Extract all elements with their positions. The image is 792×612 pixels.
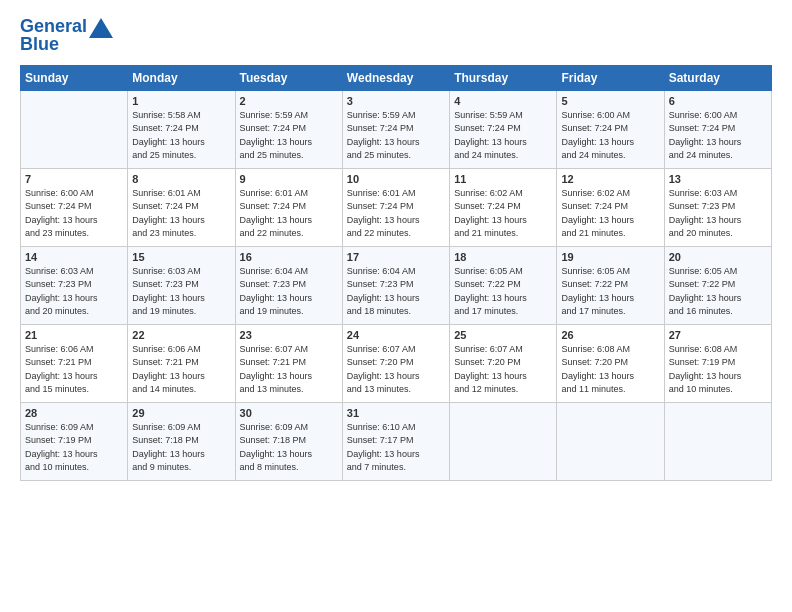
day-info: Sunrise: 6:09 AM Sunset: 7:18 PM Dayligh… <box>132 421 230 475</box>
header-row: SundayMondayTuesdayWednesdayThursdayFrid… <box>21 65 772 90</box>
day-info: Sunrise: 6:04 AM Sunset: 7:23 PM Dayligh… <box>347 265 445 319</box>
day-info: Sunrise: 5:59 AM Sunset: 7:24 PM Dayligh… <box>240 109 338 163</box>
day-number: 31 <box>347 407 445 419</box>
calendar-cell: 20Sunrise: 6:05 AM Sunset: 7:22 PM Dayli… <box>664 246 771 324</box>
week-row-2: 7Sunrise: 6:00 AM Sunset: 7:24 PM Daylig… <box>21 168 772 246</box>
day-info: Sunrise: 5:59 AM Sunset: 7:24 PM Dayligh… <box>347 109 445 163</box>
calendar-cell <box>450 402 557 480</box>
day-info: Sunrise: 5:58 AM Sunset: 7:24 PM Dayligh… <box>132 109 230 163</box>
calendar-cell: 30Sunrise: 6:09 AM Sunset: 7:18 PM Dayli… <box>235 402 342 480</box>
day-number: 25 <box>454 329 552 341</box>
header-cell-saturday: Saturday <box>664 65 771 90</box>
day-number: 23 <box>240 329 338 341</box>
day-info: Sunrise: 6:00 AM Sunset: 7:24 PM Dayligh… <box>669 109 767 163</box>
header-cell-sunday: Sunday <box>21 65 128 90</box>
day-number: 18 <box>454 251 552 263</box>
page-container: General Blue SundayMondayTuesdayWednesda… <box>0 0 792 612</box>
calendar-cell: 3Sunrise: 5:59 AM Sunset: 7:24 PM Daylig… <box>342 90 449 168</box>
header-cell-monday: Monday <box>128 65 235 90</box>
day-info: Sunrise: 6:03 AM Sunset: 7:23 PM Dayligh… <box>669 187 767 241</box>
day-info: Sunrise: 6:07 AM Sunset: 7:20 PM Dayligh… <box>454 343 552 397</box>
calendar-cell: 16Sunrise: 6:04 AM Sunset: 7:23 PM Dayli… <box>235 246 342 324</box>
day-number: 5 <box>561 95 659 107</box>
day-number: 20 <box>669 251 767 263</box>
day-number: 7 <box>25 173 123 185</box>
calendar-cell: 22Sunrise: 6:06 AM Sunset: 7:21 PM Dayli… <box>128 324 235 402</box>
calendar-cell: 4Sunrise: 5:59 AM Sunset: 7:24 PM Daylig… <box>450 90 557 168</box>
day-number: 30 <box>240 407 338 419</box>
calendar-cell: 15Sunrise: 6:03 AM Sunset: 7:23 PM Dayli… <box>128 246 235 324</box>
day-info: Sunrise: 6:01 AM Sunset: 7:24 PM Dayligh… <box>347 187 445 241</box>
calendar-cell: 17Sunrise: 6:04 AM Sunset: 7:23 PM Dayli… <box>342 246 449 324</box>
week-row-3: 14Sunrise: 6:03 AM Sunset: 7:23 PM Dayli… <box>21 246 772 324</box>
day-info: Sunrise: 6:06 AM Sunset: 7:21 PM Dayligh… <box>132 343 230 397</box>
day-number: 8 <box>132 173 230 185</box>
day-number: 19 <box>561 251 659 263</box>
header-cell-friday: Friday <box>557 65 664 90</box>
day-info: Sunrise: 5:59 AM Sunset: 7:24 PM Dayligh… <box>454 109 552 163</box>
day-number: 9 <box>240 173 338 185</box>
header-cell-tuesday: Tuesday <box>235 65 342 90</box>
day-number: 17 <box>347 251 445 263</box>
day-info: Sunrise: 6:07 AM Sunset: 7:20 PM Dayligh… <box>347 343 445 397</box>
calendar-cell: 21Sunrise: 6:06 AM Sunset: 7:21 PM Dayli… <box>21 324 128 402</box>
day-number: 12 <box>561 173 659 185</box>
calendar-cell: 13Sunrise: 6:03 AM Sunset: 7:23 PM Dayli… <box>664 168 771 246</box>
calendar-cell: 14Sunrise: 6:03 AM Sunset: 7:23 PM Dayli… <box>21 246 128 324</box>
day-number: 13 <box>669 173 767 185</box>
calendar-cell <box>664 402 771 480</box>
header-cell-wednesday: Wednesday <box>342 65 449 90</box>
day-info: Sunrise: 6:05 AM Sunset: 7:22 PM Dayligh… <box>669 265 767 319</box>
day-number: 15 <box>132 251 230 263</box>
week-row-4: 21Sunrise: 6:06 AM Sunset: 7:21 PM Dayli… <box>21 324 772 402</box>
week-row-5: 28Sunrise: 6:09 AM Sunset: 7:19 PM Dayli… <box>21 402 772 480</box>
week-row-1: 1Sunrise: 5:58 AM Sunset: 7:24 PM Daylig… <box>21 90 772 168</box>
calendar-cell: 28Sunrise: 6:09 AM Sunset: 7:19 PM Dayli… <box>21 402 128 480</box>
calendar-table: SundayMondayTuesdayWednesdayThursdayFrid… <box>20 65 772 481</box>
logo-icon <box>89 18 113 38</box>
day-info: Sunrise: 6:06 AM Sunset: 7:21 PM Dayligh… <box>25 343 123 397</box>
day-number: 11 <box>454 173 552 185</box>
day-number: 21 <box>25 329 123 341</box>
calendar-cell: 2Sunrise: 5:59 AM Sunset: 7:24 PM Daylig… <box>235 90 342 168</box>
day-number: 14 <box>25 251 123 263</box>
day-number: 24 <box>347 329 445 341</box>
svg-marker-0 <box>89 18 113 38</box>
day-number: 6 <box>669 95 767 107</box>
calendar-cell <box>557 402 664 480</box>
calendar-cell: 25Sunrise: 6:07 AM Sunset: 7:20 PM Dayli… <box>450 324 557 402</box>
day-info: Sunrise: 6:01 AM Sunset: 7:24 PM Dayligh… <box>240 187 338 241</box>
day-number: 4 <box>454 95 552 107</box>
day-info: Sunrise: 6:02 AM Sunset: 7:24 PM Dayligh… <box>454 187 552 241</box>
calendar-cell: 10Sunrise: 6:01 AM Sunset: 7:24 PM Dayli… <box>342 168 449 246</box>
day-number: 10 <box>347 173 445 185</box>
day-number: 28 <box>25 407 123 419</box>
day-info: Sunrise: 6:03 AM Sunset: 7:23 PM Dayligh… <box>132 265 230 319</box>
header: General Blue <box>20 16 772 55</box>
day-number: 16 <box>240 251 338 263</box>
calendar-cell: 18Sunrise: 6:05 AM Sunset: 7:22 PM Dayli… <box>450 246 557 324</box>
calendar-cell: 5Sunrise: 6:00 AM Sunset: 7:24 PM Daylig… <box>557 90 664 168</box>
day-info: Sunrise: 6:10 AM Sunset: 7:17 PM Dayligh… <box>347 421 445 475</box>
day-number: 2 <box>240 95 338 107</box>
calendar-cell: 29Sunrise: 6:09 AM Sunset: 7:18 PM Dayli… <box>128 402 235 480</box>
day-number: 27 <box>669 329 767 341</box>
day-info: Sunrise: 6:09 AM Sunset: 7:19 PM Dayligh… <box>25 421 123 475</box>
header-cell-thursday: Thursday <box>450 65 557 90</box>
calendar-cell: 31Sunrise: 6:10 AM Sunset: 7:17 PM Dayli… <box>342 402 449 480</box>
calendar-cell <box>21 90 128 168</box>
day-info: Sunrise: 6:03 AM Sunset: 7:23 PM Dayligh… <box>25 265 123 319</box>
day-number: 1 <box>132 95 230 107</box>
day-number: 22 <box>132 329 230 341</box>
day-info: Sunrise: 6:01 AM Sunset: 7:24 PM Dayligh… <box>132 187 230 241</box>
day-info: Sunrise: 6:08 AM Sunset: 7:19 PM Dayligh… <box>669 343 767 397</box>
calendar-cell: 24Sunrise: 6:07 AM Sunset: 7:20 PM Dayli… <box>342 324 449 402</box>
day-info: Sunrise: 6:07 AM Sunset: 7:21 PM Dayligh… <box>240 343 338 397</box>
calendar-cell: 7Sunrise: 6:00 AM Sunset: 7:24 PM Daylig… <box>21 168 128 246</box>
day-info: Sunrise: 6:09 AM Sunset: 7:18 PM Dayligh… <box>240 421 338 475</box>
day-info: Sunrise: 6:05 AM Sunset: 7:22 PM Dayligh… <box>454 265 552 319</box>
calendar-cell: 11Sunrise: 6:02 AM Sunset: 7:24 PM Dayli… <box>450 168 557 246</box>
day-number: 29 <box>132 407 230 419</box>
calendar-cell: 6Sunrise: 6:00 AM Sunset: 7:24 PM Daylig… <box>664 90 771 168</box>
calendar-cell: 9Sunrise: 6:01 AM Sunset: 7:24 PM Daylig… <box>235 168 342 246</box>
